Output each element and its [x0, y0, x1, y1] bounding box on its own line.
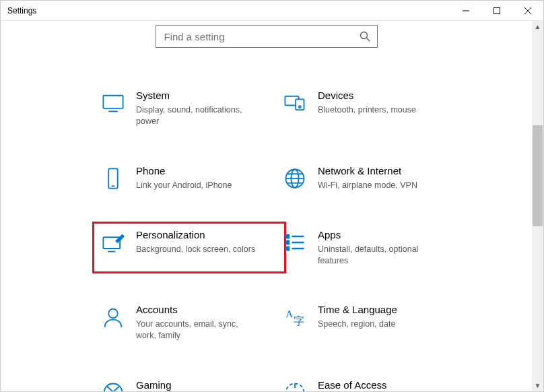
search-box[interactable]	[156, 25, 378, 48]
scrollbar-thumb[interactable]	[533, 125, 543, 226]
category-desc: Link your Android, iPhone	[136, 180, 232, 191]
svg-rect-20	[286, 234, 290, 238]
svg-point-29	[104, 384, 123, 391]
minimize-button[interactable]	[450, 1, 481, 21]
svg-line-5	[366, 38, 370, 42]
titlebar: Settings	[1, 1, 543, 21]
category-desc: Wi-Fi, airplane mode, VPN	[318, 180, 417, 191]
category-title: Phone	[136, 165, 232, 177]
category-devices[interactable]: Devices Bluetooth, printers, mouse	[280, 88, 462, 129]
category-title: Accounts	[136, 304, 257, 316]
scroll-up-button[interactable]: ▲	[532, 21, 543, 32]
category-title: Devices	[318, 90, 416, 102]
category-title: Gaming	[136, 379, 212, 391]
search-icon	[360, 31, 370, 42]
category-time-language[interactable]: A字 Time & Language Speech, region, date	[280, 302, 462, 343]
vertical-scrollbar[interactable]: ▲ ▼	[532, 21, 543, 391]
svg-rect-6	[103, 96, 123, 108]
search-container	[1, 21, 532, 48]
category-desc: Bluetooth, printers, mouse	[318, 104, 416, 116]
window-title: Settings	[1, 6, 36, 15]
close-button[interactable]	[512, 1, 543, 21]
category-desc: Your accounts, email, sync, work, family	[136, 319, 257, 341]
apps-icon	[283, 230, 307, 255]
svg-text:A: A	[286, 308, 294, 319]
svg-rect-11	[108, 168, 118, 188]
category-desc: Display, sound, notifications, power	[136, 104, 257, 127]
phone-icon	[101, 166, 125, 191]
scroll-down-button[interactable]: ▼	[532, 380, 543, 391]
categories-grid: System Display, sound, notifications, po…	[1, 48, 532, 391]
globe-icon	[283, 166, 307, 191]
category-ease-of-access[interactable]: Ease of Access Narrator, magnifier, high	[280, 378, 462, 391]
svg-point-26	[108, 309, 118, 319]
category-personalization[interactable]: Personalization Background, lock screen,…	[98, 228, 280, 268]
window-buttons	[450, 1, 543, 21]
category-desc: Speech, region, date	[318, 319, 397, 330]
category-title: Personalization	[136, 229, 255, 241]
svg-rect-22	[286, 240, 290, 244]
maximize-button[interactable]	[481, 1, 512, 21]
category-gaming[interactable]: Gaming Game bar, captures,	[98, 378, 280, 391]
xbox-icon	[101, 381, 125, 391]
personalization-icon	[101, 230, 125, 255]
category-title: Apps	[318, 229, 439, 241]
person-icon	[101, 305, 125, 329]
minimize-icon	[463, 7, 469, 14]
accessibility-icon	[283, 381, 307, 391]
category-system[interactable]: System Display, sound, notifications, po…	[98, 88, 280, 129]
category-title: Network & Internet	[318, 165, 417, 177]
svg-rect-24	[286, 247, 290, 250]
close-icon	[524, 7, 531, 14]
svg-rect-1	[494, 7, 500, 13]
devices-icon	[283, 91, 307, 115]
category-title: Ease of Access	[318, 379, 407, 391]
display-icon	[101, 91, 125, 115]
language-icon: A字	[283, 305, 307, 329]
maximize-icon	[494, 7, 500, 14]
category-desc: Uninstall, defaults, optional features	[318, 244, 439, 267]
category-accounts[interactable]: Accounts Your accounts, email, sync, wor…	[98, 302, 280, 343]
category-title: System	[136, 90, 257, 102]
category-network[interactable]: Network & Internet Wi-Fi, airplane mode,…	[280, 164, 462, 193]
client-area: System Display, sound, notifications, po…	[1, 21, 532, 391]
category-title: Time & Language	[318, 304, 397, 316]
svg-text:字: 字	[294, 316, 304, 327]
search-input[interactable]	[163, 30, 360, 43]
category-desc: Background, lock screen, colors	[136, 244, 255, 255]
settings-window: Settings System Dis	[0, 0, 544, 392]
category-phone[interactable]: Phone Link your Android, iPhone	[98, 164, 280, 193]
svg-point-4	[360, 32, 367, 39]
category-apps[interactable]: Apps Uninstall, defaults, optional featu…	[280, 228, 462, 268]
